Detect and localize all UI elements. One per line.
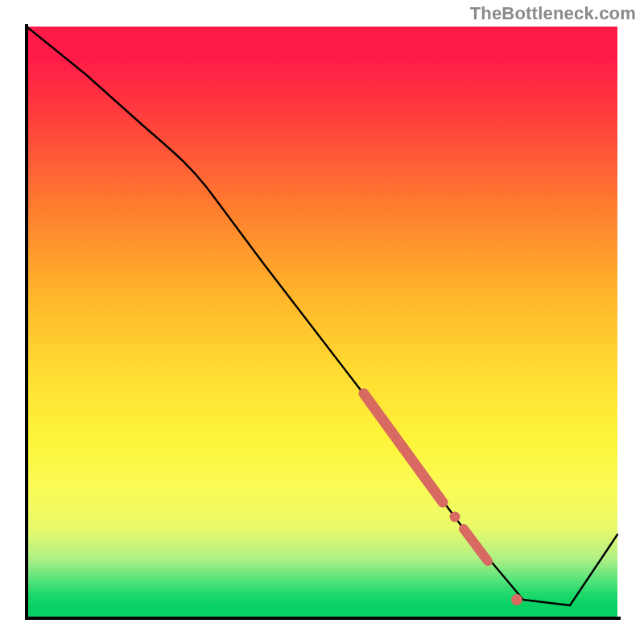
highlight-dot-1 (450, 512, 460, 522)
highlight-band-2 (464, 529, 488, 561)
chart-container: TheBottleneck.com (0, 0, 644, 644)
bottleneck-curve-line (27, 27, 617, 605)
highlight-band-1 (364, 394, 443, 502)
highlight-dot-2 (511, 594, 522, 605)
y-axis (25, 24, 28, 620)
x-axis (25, 617, 621, 620)
chart-plot-area (27, 27, 617, 617)
watermark-text: TheBottleneck.com (470, 3, 636, 24)
